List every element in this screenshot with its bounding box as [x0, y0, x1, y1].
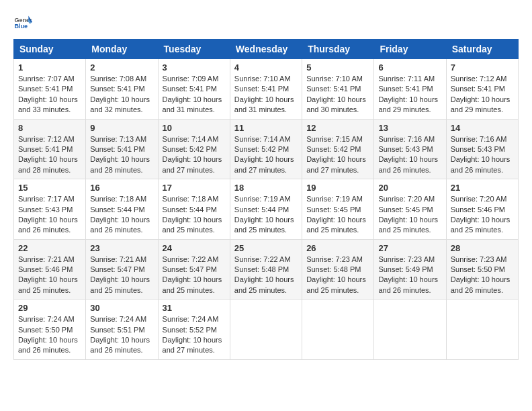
day-info: Sunrise: 7:07 AM Sunset: 5:41 PM Dayligh… [18, 74, 81, 116]
day-number: 31 [163, 303, 226, 313]
day-info: Sunrise: 7:24 AM Sunset: 5:52 PM Dayligh… [163, 314, 226, 356]
day-info: Sunrise: 7:10 AM Sunset: 5:41 PM Dayligh… [234, 74, 298, 116]
day-number: 30 [90, 303, 153, 313]
calendar-week-2: 8 Sunrise: 7:12 AM Sunset: 5:41 PM Dayli… [14, 119, 519, 179]
calendar-day-14: 14 Sunrise: 7:16 AM Sunset: 5:43 PM Dayl… [446, 119, 518, 179]
calendar-day-1: 1 Sunrise: 7:07 AM Sunset: 5:41 PM Dayli… [14, 59, 86, 120]
calendar-day-empty [446, 300, 518, 360]
day-info: Sunrise: 7:16 AM Sunset: 5:43 PM Dayligh… [378, 134, 441, 176]
day-info: Sunrise: 7:10 AM Sunset: 5:41 PM Dayligh… [306, 74, 369, 116]
day-number: 14 [451, 123, 514, 133]
calendar-day-19: 19 Sunrise: 7:19 AM Sunset: 5:45 PM Dayl… [302, 179, 374, 240]
calendar-day-2: 2 Sunrise: 7:08 AM Sunset: 5:41 PM Dayli… [86, 59, 158, 120]
day-info: Sunrise: 7:08 AM Sunset: 5:41 PM Dayligh… [90, 74, 153, 116]
calendar-day-28: 28 Sunrise: 7:23 AM Sunset: 5:50 PM Dayl… [446, 239, 518, 300]
day-info: Sunrise: 7:16 AM Sunset: 5:43 PM Dayligh… [451, 134, 514, 176]
day-info: Sunrise: 7:15 AM Sunset: 5:42 PM Dayligh… [306, 134, 369, 176]
day-info: Sunrise: 7:18 AM Sunset: 5:44 PM Dayligh… [163, 194, 226, 236]
day-number: 16 [90, 183, 153, 193]
calendar-day-25: 25 Sunrise: 7:22 AM Sunset: 5:48 PM Dayl… [230, 239, 302, 300]
day-number: 2 [90, 62, 153, 73]
day-info: Sunrise: 7:19 AM Sunset: 5:44 PM Dayligh… [234, 194, 298, 236]
calendar-day-15: 15 Sunrise: 7:17 AM Sunset: 5:43 PM Dayl… [14, 179, 86, 240]
day-number: 9 [90, 123, 153, 133]
day-info: Sunrise: 7:21 AM Sunset: 5:47 PM Dayligh… [90, 255, 153, 296]
day-info: Sunrise: 7:19 AM Sunset: 5:45 PM Dayligh… [306, 194, 369, 236]
logo: General Blue [13, 13, 35, 32]
calendar-day-27: 27 Sunrise: 7:23 AM Sunset: 5:49 PM Dayl… [374, 239, 446, 300]
day-number: 12 [306, 123, 369, 133]
day-info: Sunrise: 7:14 AM Sunset: 5:42 PM Dayligh… [163, 134, 226, 176]
day-number: 18 [234, 183, 298, 193]
calendar-header-row: SundayMondayTuesdayWednesdayThursdayFrid… [14, 40, 519, 59]
day-number: 5 [306, 62, 369, 73]
col-header-friday: Friday [374, 40, 446, 59]
day-number: 24 [163, 243, 226, 253]
calendar-week-1: 1 Sunrise: 7:07 AM Sunset: 5:41 PM Dayli… [14, 59, 519, 120]
day-info: Sunrise: 7:12 AM Sunset: 5:41 PM Dayligh… [18, 134, 81, 176]
day-info: Sunrise: 7:23 AM Sunset: 5:50 PM Dayligh… [451, 255, 514, 296]
day-number: 11 [234, 123, 298, 133]
calendar-day-26: 26 Sunrise: 7:23 AM Sunset: 5:48 PM Dayl… [302, 239, 374, 300]
day-info: Sunrise: 7:09 AM Sunset: 5:41 PM Dayligh… [163, 74, 226, 116]
day-info: Sunrise: 7:24 AM Sunset: 5:50 PM Dayligh… [18, 314, 81, 356]
col-header-wednesday: Wednesday [230, 40, 302, 59]
calendar-day-13: 13 Sunrise: 7:16 AM Sunset: 5:43 PM Dayl… [374, 119, 446, 179]
day-info: Sunrise: 7:14 AM Sunset: 5:42 PM Dayligh… [234, 134, 298, 176]
day-number: 3 [163, 62, 226, 73]
day-number: 22 [18, 243, 81, 253]
calendar-day-6: 6 Sunrise: 7:11 AM Sunset: 5:41 PM Dayli… [374, 59, 446, 120]
calendar-day-12: 12 Sunrise: 7:15 AM Sunset: 5:42 PM Dayl… [302, 119, 374, 179]
logo-icon: General Blue [13, 13, 32, 32]
day-number: 15 [18, 183, 81, 193]
day-info: Sunrise: 7:22 AM Sunset: 5:48 PM Dayligh… [234, 255, 298, 296]
day-number: 8 [18, 123, 81, 133]
calendar-day-20: 20 Sunrise: 7:20 AM Sunset: 5:45 PM Dayl… [374, 179, 446, 240]
calendar-day-29: 29 Sunrise: 7:24 AM Sunset: 5:50 PM Dayl… [14, 300, 86, 360]
calendar-day-10: 10 Sunrise: 7:14 AM Sunset: 5:42 PM Dayl… [158, 119, 230, 179]
day-number: 25 [234, 243, 298, 253]
day-info: Sunrise: 7:23 AM Sunset: 5:49 PM Dayligh… [378, 255, 441, 296]
calendar-day-empty [230, 300, 302, 360]
day-number: 26 [306, 243, 369, 253]
day-number: 13 [378, 123, 441, 133]
calendar-day-23: 23 Sunrise: 7:21 AM Sunset: 5:47 PM Dayl… [86, 239, 158, 300]
day-number: 29 [18, 303, 81, 313]
calendar-week-3: 15 Sunrise: 7:17 AM Sunset: 5:43 PM Dayl… [14, 179, 519, 240]
day-info: Sunrise: 7:21 AM Sunset: 5:46 PM Dayligh… [18, 255, 81, 296]
calendar-day-24: 24 Sunrise: 7:22 AM Sunset: 5:47 PM Dayl… [158, 239, 230, 300]
page-header: General Blue [13, 13, 519, 32]
calendar-day-empty [302, 300, 374, 360]
calendar-week-4: 22 Sunrise: 7:21 AM Sunset: 5:46 PM Dayl… [14, 239, 519, 300]
calendar-day-11: 11 Sunrise: 7:14 AM Sunset: 5:42 PM Dayl… [230, 119, 302, 179]
calendar-day-30: 30 Sunrise: 7:24 AM Sunset: 5:51 PM Dayl… [86, 300, 158, 360]
day-info: Sunrise: 7:23 AM Sunset: 5:48 PM Dayligh… [306, 255, 369, 296]
day-number: 27 [378, 243, 441, 253]
calendar-day-31: 31 Sunrise: 7:24 AM Sunset: 5:52 PM Dayl… [158, 300, 230, 360]
calendar-day-4: 4 Sunrise: 7:10 AM Sunset: 5:41 PM Dayli… [230, 59, 302, 120]
day-info: Sunrise: 7:18 AM Sunset: 5:44 PM Dayligh… [90, 194, 153, 236]
day-number: 17 [163, 183, 226, 193]
calendar-day-17: 17 Sunrise: 7:18 AM Sunset: 5:44 PM Dayl… [158, 179, 230, 240]
day-number: 6 [378, 62, 441, 73]
calendar-week-5: 29 Sunrise: 7:24 AM Sunset: 5:50 PM Dayl… [14, 300, 519, 360]
day-info: Sunrise: 7:20 AM Sunset: 5:46 PM Dayligh… [451, 194, 514, 236]
day-number: 19 [306, 183, 369, 193]
day-number: 10 [163, 123, 226, 133]
col-header-saturday: Saturday [446, 40, 518, 59]
day-number: 23 [90, 243, 153, 253]
day-info: Sunrise: 7:22 AM Sunset: 5:47 PM Dayligh… [163, 255, 226, 296]
day-info: Sunrise: 7:12 AM Sunset: 5:41 PM Dayligh… [451, 74, 514, 116]
calendar-day-3: 3 Sunrise: 7:09 AM Sunset: 5:41 PM Dayli… [158, 59, 230, 120]
calendar-day-22: 22 Sunrise: 7:21 AM Sunset: 5:46 PM Dayl… [14, 239, 86, 300]
day-number: 1 [18, 62, 81, 73]
calendar-day-5: 5 Sunrise: 7:10 AM Sunset: 5:41 PM Dayli… [302, 59, 374, 120]
day-number: 21 [451, 183, 514, 193]
calendar-day-16: 16 Sunrise: 7:18 AM Sunset: 5:44 PM Dayl… [86, 179, 158, 240]
calendar-day-18: 18 Sunrise: 7:19 AM Sunset: 5:44 PM Dayl… [230, 179, 302, 240]
col-header-monday: Monday [86, 40, 158, 59]
calendar-table: SundayMondayTuesdayWednesdayThursdayFrid… [13, 39, 519, 360]
col-header-thursday: Thursday [302, 40, 374, 59]
day-number: 20 [378, 183, 441, 193]
day-number: 4 [234, 62, 298, 73]
